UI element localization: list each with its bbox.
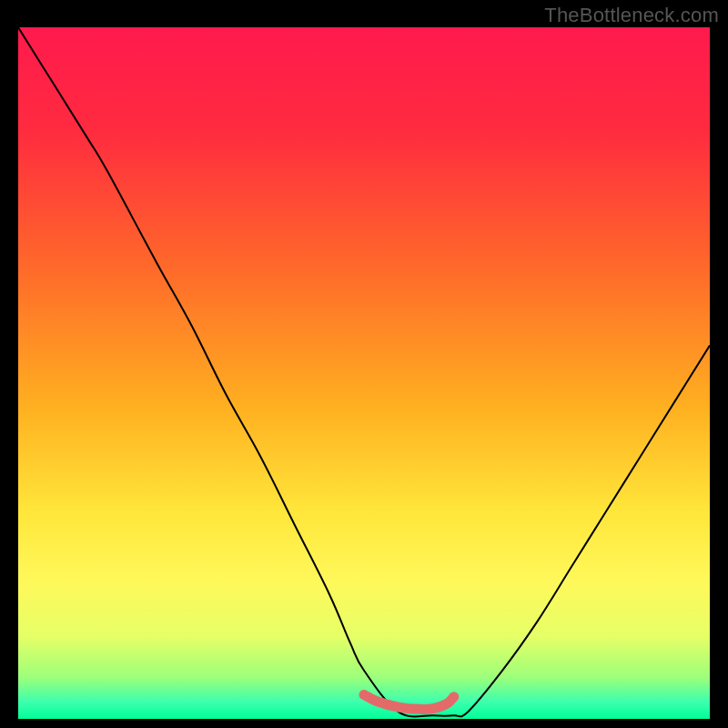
chart-frame: TheBottleneck.com	[0, 0, 728, 728]
watermark-text: TheBottleneck.com	[544, 4, 719, 27]
gradient-background	[18, 27, 710, 719]
bottleneck-plot-svg	[18, 27, 710, 719]
plot-area	[18, 27, 710, 719]
